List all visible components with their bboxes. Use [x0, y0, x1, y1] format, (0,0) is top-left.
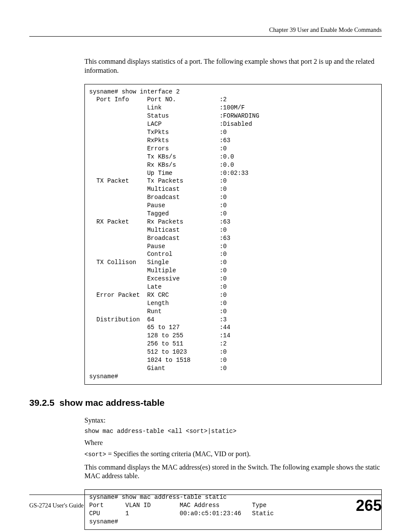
sort-param: <sort> — [84, 451, 106, 458]
section-heading: 39.2.5 show mac address-table — [29, 398, 382, 408]
desc-paragraph: This command displays the MAC address(es… — [84, 463, 382, 481]
sort-desc: <sort> = Specifies the sorting criteria … — [84, 450, 382, 458]
where-label: Where — [84, 439, 382, 447]
footer-guide: GS-2724 User's Guide — [29, 502, 84, 509]
code-block-interface: sysname# show interface 2 Port Info Port… — [84, 84, 382, 385]
section-number: 39.2.5 — [29, 398, 54, 408]
footer: GS-2724 User's Guide 265 — [29, 495, 382, 515]
chapter-header: Chapter 39 User and Enable Mode Commands — [29, 27, 382, 37]
syntax-line: show mac address-table <all <sort>|stati… — [84, 428, 382, 435]
page-number: 265 — [356, 497, 382, 515]
syntax-label: Syntax: — [84, 417, 382, 424]
sort-desc-text: = Specifies the sorting criteria (MAC, V… — [106, 450, 250, 457]
intro-paragraph: This command displays statistics of a po… — [84, 57, 382, 75]
section-title: show mac address-table — [59, 398, 165, 408]
